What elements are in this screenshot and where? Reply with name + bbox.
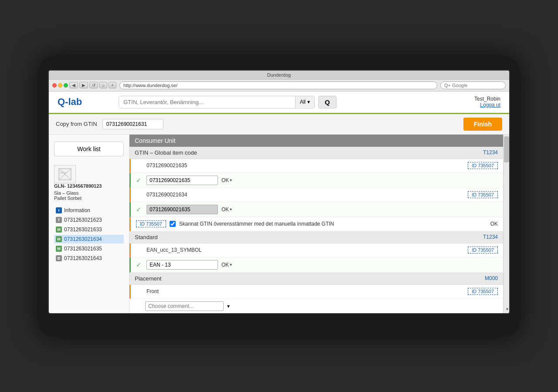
gtin-value-3: 07312690021634 xyxy=(146,192,464,198)
copy-from-gtin-label: Copy from GTIN xyxy=(56,121,97,127)
main-content: Consumer Unit GTIN – Global item code T1… xyxy=(129,135,509,313)
info-icon: I xyxy=(56,207,62,213)
gtin-row-4: ✓ OK ▾ xyxy=(129,202,503,217)
sidebar-item-label: 0731263021633 xyxy=(64,226,102,233)
gtin-input-1[interactable] xyxy=(146,176,218,185)
sidebar-item-b1[interactable]: B 0731263021643 xyxy=(54,254,124,263)
id-badge-3[interactable]: ID 735507 xyxy=(468,191,498,198)
copy-from-gtin-input[interactable] xyxy=(102,119,163,129)
standard-id-badge-1[interactable]: ID 735507 xyxy=(468,247,498,253)
dropdown-arrow-icon: ▾ xyxy=(227,303,230,309)
sidebar-item-information[interactable]: I Information xyxy=(54,206,124,215)
logout-link[interactable]: Logga ut xyxy=(474,102,500,108)
verify-container: Skannat GTIN överensstämmer med det manu… xyxy=(170,221,487,227)
m-icon: M xyxy=(56,246,62,252)
standard-subsection-title: Standard xyxy=(135,234,158,240)
sidebar-item-t1[interactable]: T 0731263021623 xyxy=(54,216,124,224)
bookmark-button[interactable]: + xyxy=(109,82,116,88)
verify-text: Skannat GTIN överensstämmer med det manu… xyxy=(179,221,334,227)
ok-dropdown-2[interactable]: OK ▾ xyxy=(221,206,232,213)
sidebar-item-label: Information xyxy=(64,207,90,213)
url-bar[interactable] xyxy=(119,81,437,89)
sidebar-item-label: 0731263021635 xyxy=(64,246,102,252)
search-all-dropdown[interactable]: All ▾ xyxy=(295,96,314,108)
forward-button[interactable]: ▶ xyxy=(79,82,88,88)
browser-titlebar: Dunderdog xyxy=(49,71,509,80)
sidebar-item-m1[interactable]: M 0731263021633 xyxy=(54,225,124,234)
main-layout: Work list image GLN- 1234567890123 Sia –… xyxy=(49,135,509,313)
standard-row-2: ✓ OK ▾ xyxy=(129,257,503,273)
maximize-btn[interactable] xyxy=(64,83,68,88)
verify-checkbox[interactable] xyxy=(170,221,176,227)
content-scroll: Consumer Unit GTIN – Global item code T1… xyxy=(129,135,509,313)
product-name: Pallet Sorbet xyxy=(54,196,124,201)
worklist-button[interactable]: Work list xyxy=(54,142,124,156)
gtin-subsection-link[interactable]: T1234 xyxy=(483,149,498,155)
standard-subsection: Standard T1234 ✓ EAN_ucc_13_SYMBOL ID 73… xyxy=(129,231,503,273)
section-header: Consumer Unit xyxy=(129,135,503,147)
gtin-subsection: GTIN – Global item code T1234 ✓ 07312690… xyxy=(129,147,503,231)
placement-subsection-header: Placement M000 xyxy=(129,273,503,285)
standard-row-1: ✓ EAN_ucc_13_SYMBOL ID 735507 xyxy=(129,243,503,257)
user-info: Test_Robin Logga ut xyxy=(474,96,500,108)
scrollbar-track[interactable]: ▾ xyxy=(503,135,509,313)
sidebar-item-label: 0731263021634 xyxy=(64,236,102,242)
b-icon: B xyxy=(56,255,62,261)
id-badge-1[interactable]: ID 735507 xyxy=(468,162,498,169)
standard-value-1: EAN_ucc_13_SYMBOL xyxy=(146,247,464,253)
check-icon: ✓ xyxy=(136,177,143,184)
verify-row: ID 735507 Skannat GTIN överensstämmer me… xyxy=(129,217,503,231)
product-supplier: Sia – Glass xyxy=(54,190,124,196)
product-image: image xyxy=(54,165,76,183)
placement-subsection-link[interactable]: M000 xyxy=(485,275,498,281)
standard-ok-dropdown[interactable]: OK ▾ xyxy=(221,262,232,268)
verify-ok: OK xyxy=(490,221,498,227)
m-icon: M xyxy=(56,236,62,242)
sidebar: Work list image GLN- 1234567890123 Sia –… xyxy=(49,135,129,313)
placement-comment-input[interactable] xyxy=(145,301,224,311)
gtin-row-2: ✓ OK ▾ xyxy=(129,173,503,188)
chevron-down-icon: ▾ xyxy=(307,99,310,105)
placement-row-1: ✓ Front ID 735507 xyxy=(129,285,503,299)
ok-text-1: OK xyxy=(221,177,229,183)
search-q-button[interactable]: Q xyxy=(318,96,337,108)
verify-id-badge[interactable]: ID 735507 xyxy=(136,220,166,227)
ok-dropdown-1[interactable]: OK ▾ xyxy=(221,177,232,183)
gtin-subsection-header: GTIN – Global item code T1234 xyxy=(129,147,503,159)
browser-title: Dunderdog xyxy=(267,72,291,78)
reload-button[interactable]: ↺ xyxy=(89,82,98,88)
standard-subsection-header: Standard T1234 xyxy=(129,231,503,243)
standard-input-1[interactable] xyxy=(146,260,218,270)
m-icon: M xyxy=(56,226,62,233)
check-icon: ✓ xyxy=(136,261,143,268)
gtin-input-2[interactable] xyxy=(146,205,218,214)
search-container: All ▾ xyxy=(119,96,315,108)
gtin-row-1: ✓ 07312690021635 ID 735507 xyxy=(129,159,503,173)
finish-button[interactable]: Finish xyxy=(463,118,502,131)
placement-value-1: Front xyxy=(146,288,464,294)
standard-subsection-link[interactable]: T1234 xyxy=(483,234,498,240)
placement-id-badge-1[interactable]: ID 735507 xyxy=(468,288,498,295)
placement-subsection-title: Placement xyxy=(135,275,161,282)
ok-text-2: OK xyxy=(221,206,229,213)
chevron-down-icon: ▾ xyxy=(230,207,232,212)
t-icon: T xyxy=(56,217,62,223)
home-button[interactable]: ⌂ xyxy=(99,82,107,88)
minimize-btn[interactable] xyxy=(58,83,62,88)
chevron-down-icon: ▾ xyxy=(230,262,232,267)
scrollbar-thumb[interactable] xyxy=(504,136,509,162)
close-btn[interactable] xyxy=(52,83,57,88)
sidebar-nav: I Information T 0731263021623 M 07312630… xyxy=(54,206,124,263)
scrollbar-down-arrow[interactable]: ▾ xyxy=(506,307,508,311)
product-gln: GLN- 1234567890123 xyxy=(54,183,124,189)
sidebar-item-m2[interactable]: M 0731263021634 xyxy=(54,235,124,243)
browser-search[interactable] xyxy=(440,81,506,89)
browser-controls: ◀ ▶ ↺ ⌂ + xyxy=(49,80,509,91)
app-logo: Q-lab xyxy=(58,96,110,108)
gtin-value-1: 07312690021635 xyxy=(146,162,464,169)
placement-subsection: Placement M000 ✓ Front ID 735507 ✓ xyxy=(129,273,503,313)
back-button[interactable]: ◀ xyxy=(69,82,78,88)
placement-row-2: ✓ ▾ xyxy=(129,299,503,313)
sidebar-item-m3[interactable]: M 0731263021635 xyxy=(54,244,124,253)
search-input[interactable] xyxy=(119,96,295,108)
